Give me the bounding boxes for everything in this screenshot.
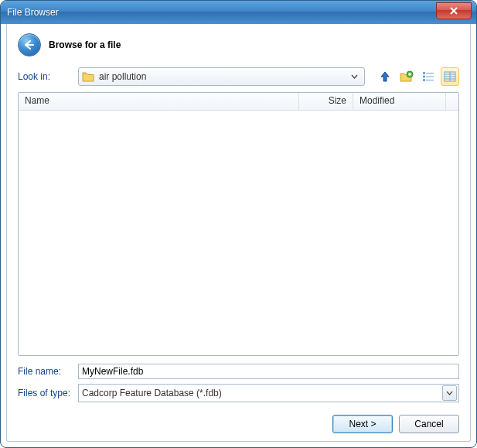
titlebar[interactable]: File Browser [1,1,476,24]
svg-rect-4 [426,77,434,77]
filename-input[interactable] [78,364,459,379]
column-modified[interactable]: Modified [353,93,446,110]
header-subtitle: Browse for a file [49,39,121,50]
back-button[interactable] [18,33,41,56]
column-headers: Name Size Modified [19,93,458,111]
button-row: Next > Cancel [18,415,459,433]
back-arrow-icon [23,39,35,50]
filetype-value: Cadcorp Feature Database (*.fdb) [82,388,442,398]
filetype-row: Files of type: Cadcorp Feature Database … [18,384,459,402]
details-view-button[interactable] [419,67,438,86]
svg-rect-3 [423,76,425,78]
svg-rect-5 [423,79,425,81]
filetype-combo[interactable]: Cadcorp Feature Database (*.fdb) [78,384,459,402]
filename-label: File name: [18,366,72,377]
list-view-icon [444,71,456,82]
filetype-label: Files of type: [18,388,72,398]
up-arrow-icon [380,70,390,83]
file-browser-window: File Browser Browse for a file Look in: [0,0,477,448]
filename-row: File name: [18,364,459,379]
file-list[interactable]: Name Size Modified [18,92,459,356]
up-button[interactable] [376,67,394,86]
list-view-button[interactable] [441,67,459,86]
chevron-down-icon [442,385,457,401]
close-button[interactable] [436,2,472,19]
new-folder-icon [400,70,414,83]
folder-icon [82,71,94,82]
svg-rect-1 [423,72,425,74]
lookin-label: Look in: [18,71,72,82]
chevron-down-icon [347,74,361,79]
column-spacer [446,93,458,110]
lookin-value: air pollution [99,71,347,82]
lookin-combo[interactable]: air pollution [78,67,365,86]
header: Browse for a file [18,33,459,56]
new-folder-button[interactable] [397,67,416,86]
lookin-row: Look in: air pollution [18,67,459,86]
toolbar [376,67,459,86]
column-size[interactable]: Size [299,93,353,110]
svg-rect-2 [426,73,434,74]
next-button[interactable]: Next > [332,415,393,433]
window-title: File Browser [7,7,59,18]
column-name[interactable]: Name [19,93,299,110]
client-area: Browse for a file Look in: air pollution [6,24,471,442]
cancel-button[interactable]: Cancel [399,415,459,433]
details-view-icon [422,71,434,82]
file-list-body[interactable] [19,111,458,355]
svg-rect-6 [426,80,434,80]
close-icon [449,7,458,15]
